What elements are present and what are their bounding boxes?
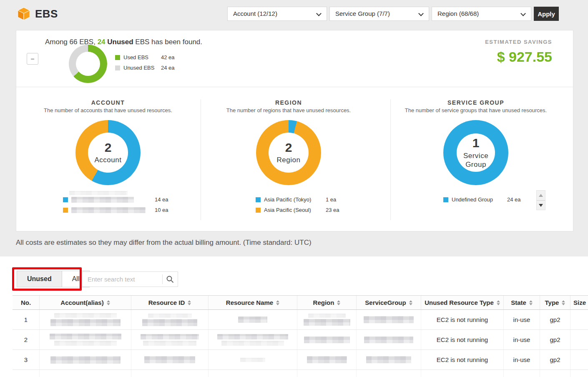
scroll-down-button[interactable] [537,201,545,210]
cell-no: 1 [13,310,40,329]
divider [162,274,163,284]
legend-item-unused-ebs: Unused EBS 24 ea [115,65,175,71]
account-section-desc: The number of accounts that have unused … [20,107,196,113]
legend-label: Used EBS [123,54,161,60]
column-header-service-group[interactable]: ServiceGroup [357,296,421,309]
ebs-dashboard: EBS Account (12/12) Service Group (7/7) … [0,0,588,377]
service-group-filter-value: Service Group (7/7) [335,10,390,17]
account-donut-chart: 2 Account [75,120,141,185]
legend-swatch [63,197,68,202]
donut-hole: 2 Account [88,133,128,173]
cell-resource-name-redacted [209,310,297,329]
cell-region-redacted [297,330,357,349]
column-header-state[interactable]: State [504,296,540,309]
cell-resource-name-redacted [209,370,297,377]
cell-account-redacted [40,330,131,349]
redacted-account-name [71,197,134,203]
arrow-up-icon [539,194,543,197]
redacted-account-name [71,207,146,213]
apply-button[interactable]: Apply [534,7,559,21]
cell-type: gp2 [540,310,570,329]
cell-account-redacted [40,350,131,369]
legend-label: Unused EBS [123,65,161,71]
sort-icon [497,300,500,305]
cell-type: gp2 [540,330,570,349]
legend-item-account-2: 10 ea [63,207,168,213]
cell-resource-id-redacted [131,370,209,377]
summary-unused-word: Unused [106,38,133,46]
column-header-account[interactable]: Account(alias) [40,296,131,309]
region-filter-value: Region (68/68) [437,10,479,17]
table-row: 1 EC2 is not running in-use gp2 [13,310,588,330]
chevron-down-icon [316,11,322,16]
cell-resource-name-redacted [209,350,297,369]
estimated-savings-value: $ 927.55 [497,49,552,65]
column-header-resource-name[interactable]: Resource Name [209,296,297,309]
cell-account-redacted [40,310,131,329]
summary-message: Among 66 EBS, 24 Unused EBS has been fou… [41,38,206,46]
legend-label: Asia Pacific (Seoul) [264,207,326,213]
cell-size [570,350,588,369]
legend-value: 24 ea [507,196,521,203]
service-group-section-desc: The number of service groups that have u… [388,107,563,113]
table-body: 1 EC2 is not running in-use gp2 2 [13,310,588,377]
legend-value: 10 ea [155,207,168,213]
region-section-title: REGION [201,99,376,106]
account-filter-value: Account (12/12) [233,10,277,17]
cell-service-group-redacted [357,350,421,369]
cell-service-group-redacted [357,370,421,377]
scroll-up-button[interactable] [537,191,545,200]
cell-region-redacted [297,350,357,369]
legend-scroll-control [536,190,545,210]
legend-item-region-seoul: Asia Pacific (Seoul) 23 ea [256,207,339,213]
legend-swatch [256,197,261,202]
column-header-region[interactable]: Region [297,296,357,309]
cell-resource-name-redacted [209,330,297,349]
tab-unused[interactable]: Unused [17,271,62,287]
cell-unused-resource-type: EC2 is not running [421,310,504,329]
legend-item-account-1: 14 ea [63,196,168,203]
cell-unused-resource-type [421,370,504,377]
column-header-no: No. [13,296,40,309]
column-header-unused-resource-type[interactable]: Unused Resource Type [421,296,504,309]
column-header-type[interactable]: Type [540,296,570,309]
table-row: 2 EC2 is not running in-use gp2 [13,330,588,350]
resource-table: No. Account(alias) Resource ID Resource … [13,295,588,377]
tab-group: Unused All [17,271,90,287]
service-group-count-label: ServiceGroup [463,151,488,169]
search-icon[interactable] [166,275,175,284]
table-header-row: No. Account(alias) Resource ID Resource … [13,295,588,310]
region-filter-dropdown[interactable]: Region (68/68) [432,7,531,21]
cell-region-redacted [297,370,357,377]
column-header-resource-id[interactable]: Resource ID [131,296,209,309]
donut-hole [76,52,100,76]
collapse-button[interactable]: − [27,53,38,65]
sort-icon [409,300,412,305]
account-count: 2 [105,141,112,154]
ebs-cube-icon [17,7,31,21]
legend-swatch [115,65,120,70]
search-input[interactable] [83,272,162,287]
account-filter-dropdown[interactable]: Account (12/12) [227,7,327,21]
redacted-text [69,191,128,195]
cell-size [570,310,588,329]
sort-icon [529,300,533,305]
table-row [13,370,588,377]
service-group-filter-dropdown[interactable]: Service Group (7/7) [329,7,429,21]
cell-type [540,370,570,377]
sort-icon [188,300,191,305]
top-bar: EBS Account (12/12) Service Group (7/7) … [0,0,588,28]
cell-unused-resource-type: EC2 is not running [421,330,504,349]
page-title: EBS [35,8,58,20]
resource-table-section: Unused All No. Account(alias) Resource I… [0,256,588,377]
cell-region-redacted [297,310,357,329]
column-header-size[interactable]: Size [570,296,588,309]
legend-value: 23 ea [326,207,339,213]
cell-size [570,330,588,349]
legend-item-undefined-group: Undefined Group 24 ea [443,196,521,203]
legend-value: 24 ea [161,65,175,71]
legend-item-used-ebs: Used EBS 42 ea [115,54,175,60]
legend-item-region-tokyo: Asia Pacific (Tokyo) 1 ea [256,196,336,203]
legend-swatch [256,208,261,213]
cell-no [13,370,40,377]
